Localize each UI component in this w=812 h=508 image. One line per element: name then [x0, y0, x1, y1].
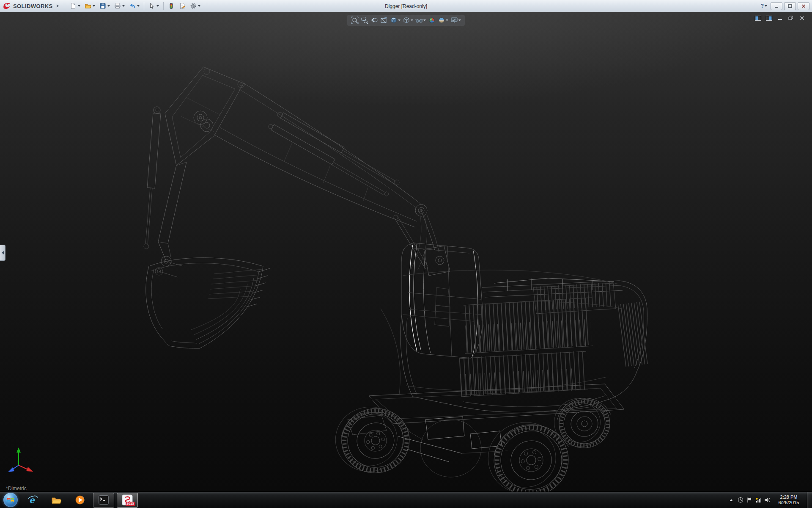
pane-right-button[interactable]: [765, 14, 773, 22]
section-view-button[interactable]: [379, 16, 389, 25]
dropdown-caret: [411, 19, 413, 21]
bucket-cylinder-rod: [144, 188, 152, 249]
bucket-cylinder: [147, 107, 161, 188]
machinery-slats-1: [466, 321, 590, 329]
previous-view-icon: [370, 17, 378, 24]
solidworks-version-badge: 2015: [126, 502, 135, 506]
select-button[interactable]: [147, 1, 161, 11]
options-button[interactable]: [188, 1, 202, 11]
cab-frames: [408, 246, 481, 356]
maximize-button[interactable]: [784, 2, 796, 10]
minimize-button[interactable]: [771, 2, 782, 10]
zoom-to-area-icon: [361, 17, 368, 24]
close-icon: [801, 4, 806, 8]
boom-ribs: [284, 144, 427, 270]
folder-icon: [51, 495, 61, 505]
brand-text: SOLIDWORKS: [13, 3, 53, 9]
graphics-area[interactable]: *Dimetric: [0, 12, 812, 491]
dropdown-caret: [398, 19, 401, 21]
dropdown-caret: [458, 19, 461, 21]
zoom-to-fit-button[interactable]: [350, 16, 359, 25]
taskbar-windows-explorer[interactable]: [46, 493, 67, 508]
tray-icons: [738, 497, 771, 503]
pane-left-button[interactable]: [754, 14, 762, 22]
previous-view-button[interactable]: [370, 16, 379, 25]
chassis-details: [348, 407, 591, 435]
doc-minimize-button[interactable]: [776, 14, 784, 22]
chassis-steps: [398, 417, 502, 462]
heads-up-view-toolbar: [347, 15, 465, 26]
print-icon: [114, 3, 121, 9]
chassis-frame: [341, 384, 624, 455]
save-button[interactable]: [98, 1, 112, 11]
solidworks-window: SOLIDWORKS: [0, 0, 812, 508]
taskbar-command-prompt[interactable]: [93, 493, 114, 508]
titlebar: SOLIDWORKS: [0, 0, 812, 12]
network-icon[interactable]: [755, 497, 761, 503]
open-button[interactable]: [83, 1, 97, 11]
body-ghost-lines: [381, 270, 622, 394]
collapsed-pane-tab[interactable]: [0, 245, 5, 261]
tray-clock-icon[interactable]: [738, 497, 743, 503]
show-desktop-button[interactable]: [807, 492, 812, 508]
view-orientation-button[interactable]: [389, 16, 401, 25]
volume-icon[interactable]: [764, 497, 771, 503]
apply-scene-icon: [438, 17, 445, 24]
doc-close-button[interactable]: [798, 14, 806, 22]
zoom-to-area-button[interactable]: [360, 16, 369, 25]
start-button[interactable]: [3, 493, 18, 507]
rebuild-button[interactable]: [166, 1, 176, 11]
media-player-icon: [75, 495, 85, 505]
dropdown-caret: [446, 19, 448, 21]
machinery-slats-2: [460, 370, 584, 377]
undo-button[interactable]: [127, 1, 141, 11]
view-settings-button[interactable]: [450, 16, 462, 25]
boom-arm-inner: [220, 89, 439, 252]
orientation-triad: [5, 445, 37, 475]
section-view-icon: [380, 17, 388, 24]
print-button[interactable]: [112, 1, 126, 11]
file-properties-icon: [179, 3, 186, 9]
display-style-cube-icon: [403, 17, 410, 24]
command-prompt-icon: [99, 495, 109, 505]
taskbar: e: [0, 491, 812, 508]
cab-highlight-edges: [414, 244, 478, 356]
doc-restore-button[interactable]: [787, 14, 795, 22]
edit-appearance-button[interactable]: [427, 16, 436, 25]
stick-linkage: [155, 162, 187, 277]
action-center-flag-icon[interactable]: [746, 497, 752, 503]
menus-expand-arrow[interactable]: [57, 4, 59, 8]
cab-highlight-front: [409, 245, 417, 351]
dropdown-caret: [198, 5, 200, 7]
file-properties-button[interactable]: [177, 1, 187, 11]
doc-restore-icon: [788, 16, 793, 20]
help-label: ?: [761, 3, 764, 9]
taskbar-internet-explorer[interactable]: e: [22, 493, 43, 508]
dropdown-caret: [765, 5, 767, 7]
taskbar-media-player[interactable]: [69, 493, 91, 508]
apply-scene-button[interactable]: [437, 16, 449, 25]
caption-buttons: ?: [759, 2, 812, 10]
minimize-icon: [774, 4, 779, 8]
toolbar-separator: [163, 2, 164, 10]
help-button[interactable]: ?: [759, 2, 769, 10]
open-folder-icon: [85, 3, 91, 9]
model-wireframe-digger: [0, 12, 812, 491]
dropdown-caret: [156, 5, 159, 7]
view-settings-monitor-icon: [450, 17, 458, 24]
display-style-button[interactable]: [402, 16, 414, 25]
view-orientation-cube-icon: [390, 17, 398, 24]
dropdown-caret: [137, 5, 140, 7]
tray-clock[interactable]: 2:28 PM 6/26/2015: [774, 494, 804, 505]
close-button[interactable]: [798, 2, 809, 10]
zoom-to-fit-icon: [351, 17, 359, 24]
hide-show-glasses-icon: [415, 17, 423, 24]
new-button[interactable]: [68, 1, 82, 11]
internet-explorer-icon: e: [27, 495, 38, 505]
edit-appearance-ball-icon: [428, 17, 436, 24]
taskbar-solidworks[interactable]: 2015: [117, 493, 138, 508]
show-hidden-icons-button[interactable]: [727, 495, 735, 505]
hide-show-items-button[interactable]: [414, 16, 427, 25]
handrail: [494, 278, 614, 291]
boom-mount: [395, 219, 450, 276]
